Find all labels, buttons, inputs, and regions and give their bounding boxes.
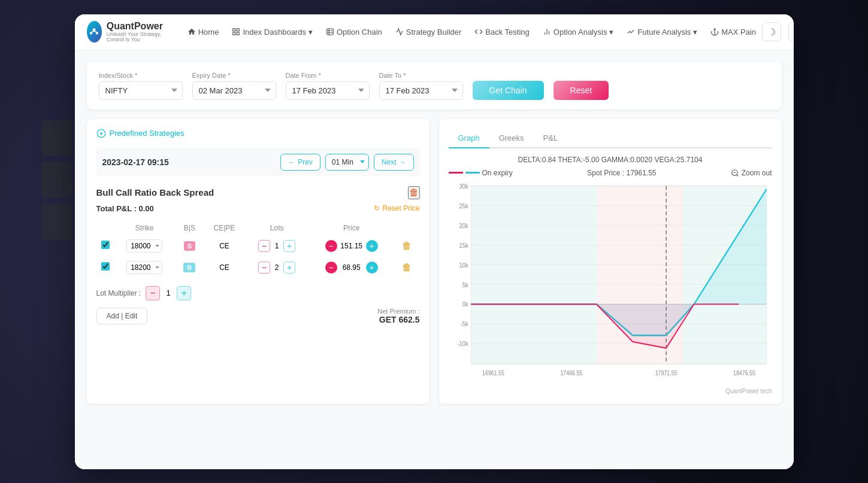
- row2-strike-select[interactable]: 18200: [126, 261, 162, 274]
- net-premium-value: GET 662.5: [377, 315, 419, 324]
- row2-lots-minus[interactable]: −: [258, 262, 270, 274]
- filter-card: Index/Stock * NIFTY Expiry Date * 02 Mar…: [87, 62, 782, 110]
- row1-delete-button[interactable]: 🗑: [402, 241, 412, 251]
- strategy-delete-button[interactable]: 🗑: [408, 186, 420, 199]
- nav-home[interactable]: Home: [182, 24, 225, 40]
- nav-option-analysis[interactable]: Option Analysis ▾: [537, 24, 620, 40]
- tab-pnl[interactable]: P&L: [534, 129, 568, 148]
- pnl-row: Total P&L : 0.00 ↻ Reset Price: [96, 204, 420, 213]
- svg-text:15k: 15k: [459, 242, 468, 249]
- svg-point-2: [96, 32, 98, 34]
- row1-lots-minus[interactable]: −: [258, 240, 270, 252]
- reset-price-button[interactable]: ↻ Reset Price: [374, 204, 419, 212]
- row1-lots-control: − 1 +: [249, 240, 304, 252]
- prev-button[interactable]: ← Prev: [280, 154, 320, 171]
- svg-text:17466.55: 17466.55: [560, 369, 582, 376]
- get-chain-button[interactable]: Get Chain: [473, 81, 544, 100]
- navbar: QuantPower Unleash Your Strategy, Contro…: [75, 14, 794, 50]
- nav-back-testing[interactable]: Back Testing: [468, 24, 535, 40]
- date-to-select[interactable]: 17 Feb 2023: [379, 81, 463, 100]
- col-lots: Lots: [246, 221, 308, 235]
- svg-text:30k: 30k: [459, 183, 468, 190]
- svg-text:17971.55: 17971.55: [655, 369, 677, 376]
- row1-price-control: − 151.15 +: [313, 240, 390, 252]
- row2-lots-plus[interactable]: +: [283, 262, 295, 274]
- next-arrow-icon: →: [399, 158, 406, 166]
- expiry-select[interactable]: 02 Mar 2023: [192, 81, 276, 100]
- chart-watermark: QuantPower tech: [449, 388, 772, 394]
- svg-rect-5: [233, 29, 235, 31]
- svg-line-3: [91, 31, 94, 32]
- anchor-icon: [710, 28, 719, 36]
- zoom-out-button[interactable]: Zoom out: [731, 169, 772, 177]
- row1-price-minus[interactable]: −: [325, 240, 337, 252]
- svg-text:0k: 0k: [462, 300, 468, 308]
- nav-option-chain[interactable]: Option Chain: [320, 24, 388, 40]
- svg-text:18476.55: 18476.55: [733, 369, 755, 376]
- tab-greeks[interactable]: Greeks: [489, 129, 534, 148]
- zoom-out-icon: [731, 169, 739, 177]
- row1-checkbox[interactable]: [101, 241, 110, 249]
- svg-rect-6: [237, 29, 240, 31]
- predefined-strategies-btn[interactable]: Predefined Strategies: [96, 129, 420, 138]
- next-button[interactable]: Next →: [374, 154, 414, 171]
- nav-strategy-builder[interactable]: Strategy Builder: [389, 24, 468, 40]
- right-panel: Graph Greeks P&L DELTA:0.84 THETA:-5.00 …: [439, 119, 782, 404]
- row2-delete-button[interactable]: 🗑: [402, 262, 412, 273]
- pnl-value: 0.00: [139, 204, 154, 213]
- col-strike: Strike: [114, 221, 175, 235]
- bottom-action-row: Add | Edit Net Premium : GET 662.5: [96, 308, 420, 324]
- dark-mode-btn[interactable]: ☽: [762, 22, 781, 41]
- col-cepe: CE|PE: [204, 221, 244, 235]
- app-card: QuantPower Unleash Your Strategy, Contro…: [75, 14, 794, 469]
- row1-bs-badge: S: [184, 241, 195, 251]
- row2-price-value: 68.95: [340, 263, 364, 272]
- row1-price-plus[interactable]: +: [366, 240, 378, 252]
- table-row: 18200 B CE − 2 +: [98, 257, 419, 278]
- interval-select[interactable]: 01 Min 05 Min 15 Min 30 Min 1 Hr: [325, 154, 369, 171]
- dropdown-arrow-future: ▾: [693, 28, 697, 37]
- svg-point-0: [93, 28, 96, 31]
- row1-lots-value: 1: [273, 242, 281, 250]
- row2-checkbox[interactable]: [101, 262, 110, 271]
- svg-rect-25: [471, 186, 596, 364]
- lot-multiplier-control: − 1 +: [146, 286, 191, 300]
- row1-strike-select[interactable]: 18000: [126, 239, 162, 253]
- chart-svg: 30k 25k 20k 15k 10k 5k 0k -5k -10k: [449, 180, 772, 383]
- svg-text:25k: 25k: [459, 202, 468, 209]
- nav-items: Home Index Dashboards ▾ Option Chain Str…: [182, 24, 762, 40]
- grid-icon: [232, 28, 240, 36]
- row2-price-minus[interactable]: −: [325, 262, 337, 274]
- datetime-display: 2023-02-17 09:15: [102, 157, 276, 167]
- lot-multiplier-row: Lot Multiplier : − 1 +: [96, 286, 420, 300]
- predefined-strategies-label: Predefined Strategies: [110, 129, 185, 138]
- date-from-select[interactable]: 17 Feb 2023: [286, 81, 370, 100]
- date-from-group: Date From * 17 Feb 2023: [286, 72, 370, 100]
- svg-point-1: [90, 32, 92, 34]
- row1-lots-plus[interactable]: +: [283, 240, 295, 252]
- next-label: Next: [382, 158, 397, 166]
- pnl-label-text: Total P&L :: [96, 204, 137, 213]
- date-to-label: Date To *: [379, 72, 463, 79]
- index-stock-select[interactable]: NIFTY: [99, 81, 183, 100]
- tab-graph[interactable]: Graph: [449, 129, 489, 148]
- row2-lots-value: 2: [273, 263, 281, 272]
- svg-text:-10k: -10k: [457, 340, 468, 347]
- strategy-title-row: Bull Call Ratio Back Spread 🗑: [96, 186, 420, 199]
- lot-mult-plus[interactable]: +: [177, 286, 191, 300]
- nav-max-pain[interactable]: MAX Pain: [704, 24, 762, 40]
- row2-price-plus[interactable]: +: [366, 262, 378, 274]
- reset-button[interactable]: Reset: [554, 81, 609, 100]
- row2-bs-badge: B: [183, 263, 195, 272]
- svg-text:16961.55: 16961.55: [482, 369, 504, 376]
- positions-table: Strike B|S CE|PE Lots Price: [96, 220, 420, 279]
- nav-future-analysis[interactable]: Future Analysis ▾: [621, 24, 703, 40]
- nav-future-analysis-label: Future Analysis: [637, 28, 691, 37]
- nav-index-dashboards[interactable]: Index Dashboards ▾: [226, 24, 319, 40]
- lot-mult-minus[interactable]: −: [146, 286, 160, 300]
- add-edit-button[interactable]: Add | Edit: [96, 308, 148, 324]
- code-icon: [474, 28, 483, 36]
- fullscreen-btn[interactable]: ⛶: [788, 22, 793, 41]
- row2-lots-control: − 2 +: [249, 262, 304, 274]
- prev-arrow-icon: ←: [288, 158, 295, 166]
